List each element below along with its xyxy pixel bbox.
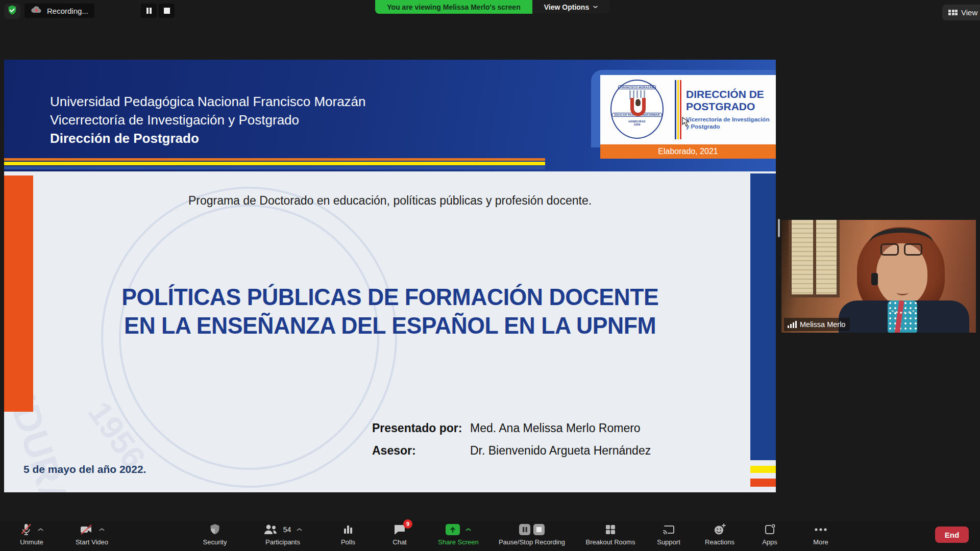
chat-label: Chat xyxy=(393,538,406,546)
security-label: Security xyxy=(203,538,227,546)
support-button[interactable]: Support xyxy=(649,523,688,546)
more-label: More xyxy=(813,538,828,546)
shield-icon xyxy=(209,523,220,536)
chevron-up-icon[interactable] xyxy=(465,528,472,532)
necklace xyxy=(891,305,915,314)
participant-video-tile[interactable]: Melissa Merlo xyxy=(781,220,976,333)
chat-unread-badge: 9 xyxy=(403,519,412,529)
polls-icon xyxy=(342,523,354,536)
divider-stripe-orange xyxy=(4,158,545,161)
zoom-meeting-window: Recording... You are viewing Melissa Mer… xyxy=(0,0,980,551)
breakout-rooms-label: Breakout Rooms xyxy=(586,538,635,546)
chevron-up-icon[interactable] xyxy=(99,528,105,532)
elaborado-bar: Elaborado, 2021 xyxy=(600,144,776,159)
tricolor-stripe xyxy=(675,80,681,139)
apps-label: Apps xyxy=(762,538,777,546)
chat-button[interactable]: 9 Chat xyxy=(384,523,415,546)
gallery-grid-icon xyxy=(948,10,958,16)
university-name: Universidad Pedagógica Nacional Francisc… xyxy=(50,92,366,111)
green-shield-check-icon xyxy=(7,5,18,18)
unmute-label: Unmute xyxy=(20,538,43,546)
logo-card-subtitle-line1: Vicerrectoría de Investigación xyxy=(686,116,769,123)
shared-presentation-slide: Universidad Pedagógica Nacional Francisc… xyxy=(4,60,776,492)
seal-name-text: FRANCISCO MORAZÁN xyxy=(618,85,656,89)
advisor-value: Dr. Bienvenido Argueta Hernández xyxy=(470,444,651,458)
video-panel-resize-handle[interactable] xyxy=(778,219,780,237)
view-layout-button[interactable]: View xyxy=(942,5,980,20)
presented-by-value: Med. Ana Melissa Merlo Romero xyxy=(470,421,641,435)
camera-off-icon xyxy=(79,523,93,536)
recording-label: Recording... xyxy=(47,7,88,15)
participants-icon xyxy=(263,523,278,536)
seal-year-text: 1956 xyxy=(633,123,640,126)
participant-name: Melissa Merlo xyxy=(800,320,845,329)
reactions-label: Reactions xyxy=(705,538,734,546)
logo-card-title-line1: DIRECCIÓN DE xyxy=(686,88,764,101)
postgrado-logo-card: FRANCISCO MORAZÁN EDUCAR PARA TRANSFORMA… xyxy=(600,75,776,144)
meeting-security-shield-button[interactable] xyxy=(4,4,20,19)
pause-recording-button[interactable] xyxy=(141,4,157,18)
logo-card-title: DIRECCIÓN DE POSTGRADO xyxy=(686,88,764,113)
apps-button[interactable]: Apps xyxy=(755,523,784,546)
share-screen-icon xyxy=(446,524,460,535)
chevron-down-icon xyxy=(593,5,598,9)
slide-title: POLÍTICAS PÚBLICAS DE FORMACIÓN DOCENTE … xyxy=(4,283,776,340)
participants-button[interactable]: 54 Participants xyxy=(251,523,314,546)
pause-recording-icon[interactable] xyxy=(519,524,530,535)
view-options-label: View Options xyxy=(544,3,589,11)
view-button-label: View xyxy=(961,8,977,17)
polls-label: Polls xyxy=(341,538,355,546)
start-video-button[interactable]: Start Video xyxy=(64,523,119,546)
chevron-up-icon[interactable] xyxy=(296,528,303,532)
stop-icon xyxy=(164,8,170,14)
participants-label: Participants xyxy=(265,538,300,546)
end-button-label: End xyxy=(945,531,959,539)
stop-recording-button[interactable] xyxy=(159,4,175,18)
glasses-right-lens xyxy=(904,243,922,256)
logo-card-title-line2: POSTGRADO xyxy=(686,101,764,113)
direccion-postgrado-line: Dirección de Postgrado xyxy=(50,129,366,147)
stop-recording-icon[interactable] xyxy=(533,524,545,535)
chevron-up-icon[interactable] xyxy=(37,528,44,532)
polls-button[interactable]: Polls xyxy=(331,523,365,546)
elaborado-text: Elaborado, 2021 xyxy=(658,147,718,156)
security-button[interactable]: Security xyxy=(193,523,237,546)
logo-card-subtitle: Vicerrectoría de Investigación y Postgra… xyxy=(686,116,769,130)
pause-stop-recording-button[interactable]: Pause/Stop Recording xyxy=(486,523,578,546)
apps-icon xyxy=(764,523,776,536)
logo-card-subtitle-line2: y Postgrado xyxy=(686,123,769,130)
share-screen-label: Share Screen xyxy=(438,538,479,546)
seal-u-emblem xyxy=(630,98,646,116)
divider-stripe-blue xyxy=(4,166,545,169)
microphone-muted-icon xyxy=(20,523,32,536)
mouse-cursor-icon xyxy=(682,117,690,129)
start-video-label: Start Video xyxy=(76,538,108,546)
share-screen-button[interactable]: Share Screen xyxy=(428,523,489,546)
viewing-screen-banner-text: You are viewing Melissa Merlo's screen xyxy=(387,3,520,11)
credits-block: Presentado por: Med. Ana Melissa Merlo R… xyxy=(372,421,651,466)
support-label: Support xyxy=(657,538,680,546)
upnfm-seal: FRANCISCO MORAZÁN EDUCAR PARA TRANSFORMA… xyxy=(610,80,664,139)
breakout-rooms-icon xyxy=(604,523,617,536)
signal-bars-icon xyxy=(788,321,797,328)
smile xyxy=(897,290,908,295)
reactions-button[interactable]: Reactions xyxy=(696,523,743,546)
slide-title-line2: EN LA ENSEÑANZA DEL ESPAÑOL EN LA UPNFM xyxy=(124,311,656,340)
recording-indicator: Recording... xyxy=(24,4,94,18)
right-orange-bar xyxy=(750,479,776,487)
unmute-button[interactable]: Unmute xyxy=(7,523,56,546)
view-options-dropdown[interactable]: View Options xyxy=(532,0,610,14)
viewing-screen-banner: You are viewing Melissa Merlo's screen xyxy=(375,0,532,14)
more-dots-icon xyxy=(814,528,827,532)
end-meeting-button[interactable]: End xyxy=(935,527,969,543)
cloud-recording-icon xyxy=(31,5,43,16)
divider-stripe-yellow xyxy=(4,162,545,165)
university-header-text: Universidad Pedagógica Nacional Francisc… xyxy=(50,92,366,147)
more-button[interactable]: More xyxy=(806,523,835,546)
headset-earcup xyxy=(871,273,878,285)
video-window-background xyxy=(789,220,840,297)
breakout-rooms-button[interactable]: Breakout Rooms xyxy=(571,523,650,546)
reactions-smiley-icon xyxy=(713,523,726,536)
support-cast-icon xyxy=(662,523,675,536)
slide-title-line1: POLÍTICAS PÚBLICAS DE FORMACIÓN DOCENTE xyxy=(121,283,658,311)
